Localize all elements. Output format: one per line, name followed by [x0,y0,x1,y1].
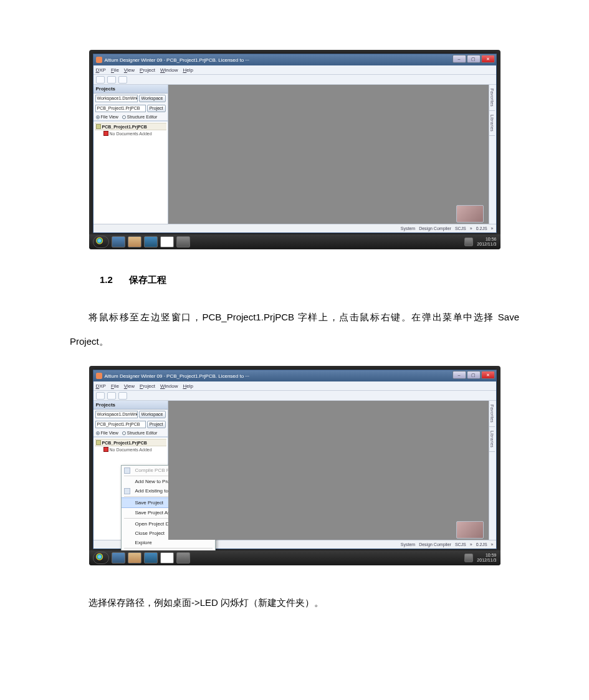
taskbar-ie-icon[interactable] [112,236,125,247]
start-button[interactable] [93,552,109,564]
taskbar-word-icon[interactable] [144,236,158,247]
screenshot-1: Altium Designer Winter 09 · PCB_Project1… [89,50,500,249]
taskbar-app-icon[interactable] [176,236,190,247]
panel-title: Projects [93,85,168,93]
taskbar-ie-icon[interactable] [112,552,125,563]
radio-file-view[interactable]: File View [96,431,118,435]
project-button[interactable]: Project [147,105,166,112]
titlebar: Altium Designer Winter 09 · PCB_Project1… [93,370,496,381]
menu-dxp[interactable]: DXP [96,383,106,389]
menu-help[interactable]: Help [183,67,193,73]
menu-project[interactable]: Project [140,67,155,73]
heading-text: 保存工程 [129,274,166,285]
minimize-button[interactable]: – [453,371,466,379]
status-system[interactable]: System [401,542,415,547]
status-bar: System Design Compiler SCJS » 0.2JS » [93,224,496,233]
tree-child: No Documents Added [95,446,166,453]
taskbar-qq-icon[interactable] [160,236,174,247]
project-icon [96,440,101,445]
menu-view[interactable]: View [124,383,135,389]
status-scjs[interactable]: SCJS [455,226,466,231]
document-page: Altium Designer Winter 09 · PCB_Project1… [0,0,589,677]
canvas-area [168,401,496,540]
heading-number: 1.2 [100,274,113,285]
workspace-button[interactable]: Workspace [139,95,166,102]
canvas-area [168,85,496,224]
start-button[interactable] [93,236,109,248]
status-02js[interactable]: 0.2JS [476,226,487,231]
tree-root[interactable]: PCB_Project1.PrjPCB [95,123,166,130]
taskbar-word-icon[interactable] [144,552,158,563]
taskbar-qq-icon[interactable] [160,552,174,563]
menu-file[interactable]: File [111,383,119,389]
preview-thumb [456,205,484,223]
workspace-button[interactable]: Workspace [139,411,166,418]
tray-icon[interactable] [464,554,473,562]
menu-window[interactable]: Window [160,67,178,73]
radio-structure-editor[interactable]: Structure Editor [122,115,158,119]
radio-file-view[interactable]: File View [96,115,118,119]
right-vertical-tabs: Favorites Libraries [489,401,496,540]
view-radio-group: File View Structure Editor [93,113,168,121]
status-scjs[interactable]: SCJS [455,542,466,547]
toolbar-new-icon[interactable] [96,392,105,400]
projects-panel: Projects Workspace1.DsnWrk Workspace PCB… [93,401,168,540]
app-body: Projects Workspace1.DsnWrk Workspace PCB… [93,401,496,540]
taskbar-explorer-icon[interactable] [128,236,141,247]
taskbar-clock[interactable]: 10:59 2012/11/3 [477,553,496,563]
vtab-favorites[interactable]: Favorites [489,85,495,111]
maximize-button[interactable]: ▢ [467,55,481,63]
vtab-libraries[interactable]: Libraries [489,111,495,136]
tray-icon[interactable] [464,237,473,246]
tree-child: No Documents Added [95,130,166,137]
status-design-compiler[interactable]: Design Compiler [419,542,451,547]
window-buttons: – ▢ ✕ [453,55,495,63]
toolbar-new-icon[interactable] [96,76,105,84]
preview-thumb [456,521,484,539]
taskbar-explorer-icon[interactable] [128,552,141,563]
taskbar-clock[interactable]: 10:56 2012/11/3 [477,237,496,247]
system-tray: 10:59 2012/11/3 [464,553,496,563]
menu-dxp[interactable]: DXP [96,67,106,73]
vtab-libraries[interactable]: Libraries [489,427,495,452]
project-button[interactable]: Project [147,421,166,428]
menu-project[interactable]: Project [140,383,155,389]
project-combo[interactable]: PCB_Project1.PrjPCB [95,421,146,428]
menu-file[interactable]: File [111,67,119,73]
section-heading: 1.2 保存工程 [100,274,527,286]
menu-bar: DXP File View Project Window Help [93,65,496,75]
view-radio-group: File View Structure Editor [93,429,168,437]
toolbar-save-icon[interactable] [118,392,127,400]
menu-help[interactable]: Help [183,383,193,389]
minimize-button[interactable]: – [453,55,466,63]
radio-structure-editor[interactable]: Structure Editor [122,431,158,435]
app-body: Projects Workspace1.DsnWrk Workspace PCB… [93,85,496,224]
window-title: Altium Designer Winter 09 · PCB_Project1… [105,373,250,379]
vtab-favorites[interactable]: Favorites [489,401,495,427]
taskbar: 10:59 2012/11/3 [89,550,500,565]
toolbar-save-icon[interactable] [118,76,127,84]
status-02js[interactable]: 0.2JS [476,542,487,547]
maximize-button[interactable]: ▢ [467,371,481,379]
status-system[interactable]: System [401,226,415,231]
status-design-compiler[interactable]: Design Compiler [419,226,451,231]
paragraph-1: 将鼠标移至左边竖窗口，PCB_Project1.PrjPCB 字样上，点击鼠标右… [70,305,519,353]
app-window: Altium Designer Winter 09 · PCB_Project1… [93,370,497,549]
tree-root[interactable]: PCB_Project1.PrjPCB [95,439,166,446]
menu-view[interactable]: View [124,67,135,73]
close-button[interactable]: ✕ [481,55,495,63]
window-title: Altium Designer Winter 09 · PCB_Project1… [105,57,250,63]
toolbar-open-icon[interactable] [107,76,116,84]
toolbar-open-icon[interactable] [107,392,116,400]
screenshot-2: Altium Designer Winter 09 · PCB_Project1… [89,366,500,565]
taskbar-app-icon[interactable] [176,552,190,563]
menu-window[interactable]: Window [160,383,178,389]
close-button[interactable]: ✕ [481,371,495,379]
workspace-combo[interactable]: Workspace1.DsnWrk [95,95,138,102]
right-vertical-tabs: Favorites Libraries [489,85,496,224]
app-icon [96,373,102,379]
project-tree: PCB_Project1.PrjPCB No Documents Added C… [93,437,168,540]
project-combo[interactable]: PCB_Project1.PrjPCB [95,105,146,112]
workspace-combo[interactable]: Workspace1.DsnWrk [95,411,138,418]
taskbar: 10:56 2012/11/3 [89,234,500,249]
